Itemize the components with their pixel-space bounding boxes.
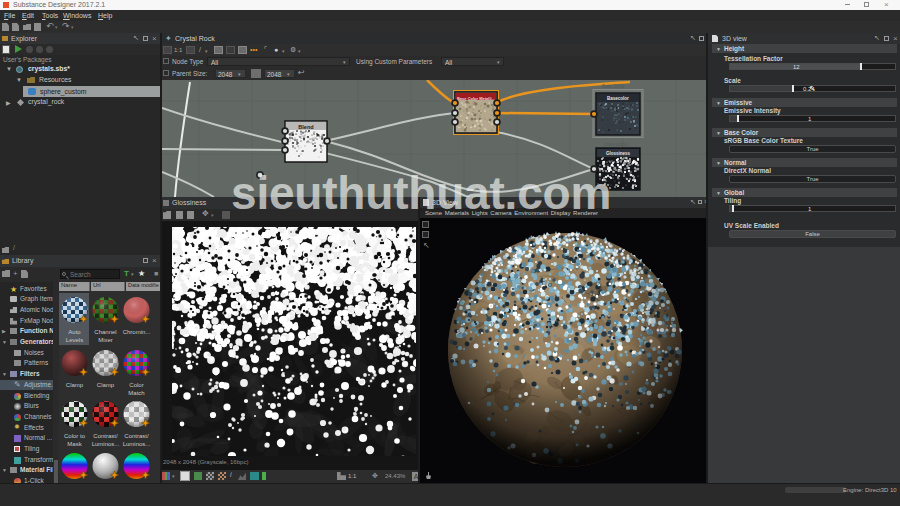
svg-text:Base Color: Base Color [602, 84, 625, 89]
svg-text:Basecolor: Basecolor [607, 96, 629, 101]
svg-text:Blend: Blend [298, 124, 313, 130]
svg-text:Glossiness: Glossiness [606, 151, 631, 156]
svg-text:Base Color Metalli...: Base Color Metalli... [457, 96, 495, 101]
svg-text:gloss output: gloss output [604, 142, 629, 147]
